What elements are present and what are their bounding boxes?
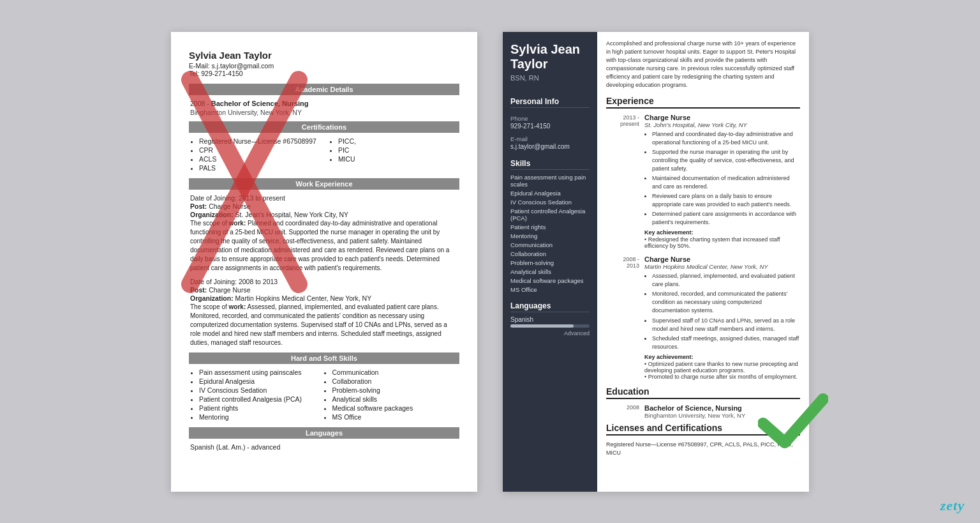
exp-detail-2: Charge Nurse Martin Hopkins Medical Cent… bbox=[644, 255, 800, 379]
sidebar: Sylvia Jean Taylor BSN, RN Personal Info… bbox=[503, 32, 597, 492]
achievement-text-2b: • Promoted to charge nurse after six mon… bbox=[644, 374, 800, 380]
work-post-2: Post: Charge Nurse bbox=[190, 286, 458, 294]
exp-bullets-1: Planned and coordinated day-to-day admin… bbox=[644, 130, 800, 227]
skill-item: Communication bbox=[332, 368, 459, 376]
lang-level-right: Advanced bbox=[510, 330, 590, 337]
work-section-header: Work Experience bbox=[189, 178, 459, 190]
achievement-text-1: • Redesigned the charting system that in… bbox=[644, 236, 800, 249]
work-scope-1: The scope of work: Planned and coordinat… bbox=[190, 219, 458, 273]
skill-item: Pain assessment using painscales bbox=[199, 368, 325, 376]
bullet: Monitored, recorded, and communicated th… bbox=[652, 290, 800, 315]
cert-item: ACLS bbox=[199, 155, 316, 163]
skill-right: Mentoring bbox=[510, 232, 590, 239]
edu-item-right: 2008 Bachelor of Science, Nursing Bingha… bbox=[606, 404, 800, 419]
lang-section-header: Languages bbox=[189, 427, 459, 439]
cert-item: PALS bbox=[199, 164, 316, 172]
skills-section-header: Hard and Soft Skills bbox=[189, 352, 459, 364]
skill-item: Analytical skills bbox=[332, 395, 459, 403]
tel-label: Tel: bbox=[189, 70, 199, 77]
academic-section-header: Academic Details bbox=[189, 84, 459, 95]
cert-col-2: PICC, PIC MICU bbox=[329, 137, 356, 173]
achievement-text-2: • Optimized patient care thanks to new n… bbox=[644, 361, 800, 374]
skill-right: Epidural Analgesia bbox=[510, 190, 590, 197]
certs-section-title: Licenses and Certifications bbox=[606, 423, 800, 436]
lang-text-left: Spanish (Lat. Am.) - advanced bbox=[190, 443, 458, 451]
left-resume: Sylvia Jean Taylor E-Mail: s.j.taylor@gm… bbox=[171, 32, 477, 492]
skill-item: Collaboration bbox=[332, 377, 459, 385]
skill-item: Medical software packages bbox=[332, 404, 459, 412]
lang-content: Spanish (Lat. Am.) - advanced bbox=[189, 443, 459, 451]
exp-item-1: 2013 -present Charge Nurse St. John's Ho… bbox=[606, 114, 800, 250]
lang-bar-bg bbox=[510, 324, 590, 328]
phone-label: Phone bbox=[510, 115, 590, 122]
work-item-1: Date of Joining: 2013 to present Post: C… bbox=[190, 194, 458, 273]
bullet: Maintained documentation of medication a… bbox=[652, 174, 800, 191]
edu-school-left: Binghamton University, New York, NY bbox=[190, 109, 458, 116]
exp-dates-1: 2013 -present bbox=[606, 114, 639, 250]
right-credential: BSN, RN bbox=[510, 74, 590, 82]
exp-item-2: 2008 -2013 Charge Nurse Martin Hopkins M… bbox=[606, 255, 800, 379]
cert-item: CPR bbox=[199, 146, 316, 154]
email-label: E-Mail: bbox=[189, 62, 210, 70]
work-org-1: Organization: St. Jean's Hospital, New Y… bbox=[190, 211, 458, 218]
cert-section-header: Certifications bbox=[189, 121, 459, 133]
skills-content: Pain assessment using painscales Epidura… bbox=[189, 368, 459, 422]
work-post-1: Post: Charge Nurse bbox=[190, 202, 458, 210]
right-name: Sylvia Jean Taylor bbox=[510, 42, 590, 72]
work-scope-2: The scope of work: Assessed, planned, im… bbox=[190, 303, 458, 347]
skills-title-right: Skills bbox=[510, 159, 590, 170]
bullet: Supervised staff of 10 CNAs and LPNs, se… bbox=[652, 317, 800, 333]
bullet: Assessed, planned, implemented, and eval… bbox=[652, 272, 800, 289]
edu-degree-right: Bachelor of Science, Nursing bbox=[644, 404, 745, 412]
skill-right: Patient controlled Analgesia (PCA) bbox=[510, 208, 590, 222]
skill-right: Communication bbox=[510, 241, 590, 248]
skill-right: Medical software packages bbox=[510, 277, 590, 284]
exp-company-2: Martin Hopkins Medical Center, New York,… bbox=[644, 263, 800, 270]
bullet: Reviewed care plans on a daily basis to … bbox=[652, 192, 800, 209]
work-org-2: Organization: Martin Hopkins Medical Cen… bbox=[190, 294, 458, 302]
certs-text-right: Registered Nurse—License #67508997, CPR,… bbox=[606, 441, 800, 457]
skill-item: Patient rights bbox=[199, 404, 325, 412]
work-date-2: Date of Joining: 2008 to 2013 bbox=[190, 278, 458, 285]
exp-bullets-2: Assessed, planned, implemented, and eval… bbox=[644, 272, 800, 351]
exp-company-1: St. John's Hospital, New York City, NY bbox=[644, 121, 800, 128]
skill-right: Pain assessment using pain scales bbox=[510, 174, 590, 188]
lang-name-right: Spanish bbox=[510, 316, 590, 323]
exp-title-2: Charge Nurse bbox=[644, 255, 800, 263]
bullet: Scheduled staff meetings, assigned dutie… bbox=[652, 335, 800, 351]
exp-dates-2: 2008 -2013 bbox=[606, 255, 639, 379]
work-content: Date of Joining: 2013 to present Post: C… bbox=[189, 194, 459, 347]
key-achievement-1: Key achievement: bbox=[644, 229, 800, 236]
right-resume: Sylvia Jean Taylor BSN, RN Personal Info… bbox=[503, 32, 809, 492]
academic-content: 2008 - Bachelor of Science, Nursing Bing… bbox=[189, 100, 459, 116]
education-section-title: Education bbox=[606, 386, 800, 399]
skill-item: Problem-solving bbox=[332, 386, 459, 394]
skill-item: Epidural Analgesia bbox=[199, 377, 325, 385]
edu-year-left: 2008 - Bachelor of Science, Nursing bbox=[190, 100, 458, 107]
skill-right: Patient rights bbox=[510, 224, 590, 231]
cert-content: Registered Nurse—License #67508997 CPR A… bbox=[189, 137, 459, 173]
skill-item: MS Office bbox=[332, 413, 459, 421]
bullet: Supported the nurse manager in operating… bbox=[652, 148, 800, 173]
skill-right: Problem-solving bbox=[510, 259, 590, 266]
key-achievement-2: Key achievement: bbox=[644, 354, 800, 360]
edu-detail-right: Bachelor of Science, Nursing Binghamton … bbox=[644, 404, 745, 419]
edu-school-right: Binghamton University, New York, NY bbox=[644, 412, 745, 419]
cert-item: PICC, bbox=[338, 137, 356, 145]
languages-title-right: Languages bbox=[510, 301, 590, 312]
email-value: s.j.taylor@gmail.com bbox=[212, 62, 274, 70]
lang-bar-fill bbox=[510, 324, 574, 328]
edu-year-right: 2008 bbox=[606, 404, 639, 419]
skill-right: MS Office bbox=[510, 286, 590, 293]
skill-item: Patient controlled Analgesia (PCA) bbox=[199, 395, 325, 403]
left-contact: E-Mail: s.j.taylor@gmail.com Tel: 929-27… bbox=[189, 62, 459, 77]
work-item-2: Date of Joining: 2008 to 2013 Post: Char… bbox=[190, 278, 458, 347]
skill-right: IV Conscious Sedation bbox=[510, 199, 590, 206]
left-name: Sylvia Jean Taylor bbox=[189, 50, 459, 61]
skill-right: Collaboration bbox=[510, 250, 590, 257]
email-value-right: s.j.taylor@gmail.com bbox=[510, 143, 590, 150]
personal-info-title: Personal Info bbox=[510, 97, 590, 108]
cert-item: Registered Nurse—License #67508997 bbox=[199, 137, 316, 145]
cert-item: PIC bbox=[338, 146, 356, 154]
exp-title-1: Charge Nurse bbox=[644, 114, 800, 121]
